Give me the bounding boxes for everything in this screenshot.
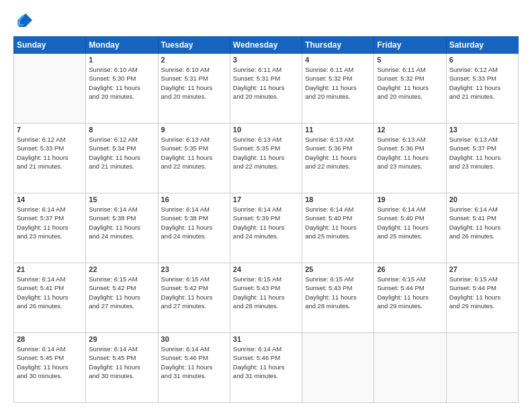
day-number: 4: [305, 56, 371, 64]
day-info: Sunrise: 6:10 AM Sunset: 5:30 PM Dayligh…: [89, 65, 154, 101]
day-cell: 25Sunrise: 6:15 AM Sunset: 5:43 PM Dayli…: [302, 263, 374, 333]
week-row-0: 1Sunrise: 6:10 AM Sunset: 5:30 PM Daylig…: [14, 54, 519, 124]
day-cell: 26Sunrise: 6:15 AM Sunset: 5:44 PM Dayli…: [374, 263, 446, 333]
day-cell: 18Sunrise: 6:14 AM Sunset: 5:40 PM Dayli…: [302, 193, 374, 263]
col-header-sunday: Sunday: [14, 37, 86, 54]
week-row-2: 14Sunrise: 6:14 AM Sunset: 5:37 PM Dayli…: [14, 193, 519, 263]
day-cell: 30Sunrise: 6:14 AM Sunset: 5:46 PM Dayli…: [158, 333, 230, 403]
logo-icon: [13, 11, 32, 30]
col-header-friday: Friday: [374, 37, 446, 54]
page: SundayMondayTuesdayWednesdayThursdayFrid…: [0, 0, 532, 411]
day-info: Sunrise: 6:14 AM Sunset: 5:39 PM Dayligh…: [233, 205, 299, 240]
day-cell: 2Sunrise: 6:10 AM Sunset: 5:31 PM Daylig…: [158, 54, 230, 124]
day-number: 16: [161, 195, 227, 203]
day-number: 3: [233, 56, 299, 64]
day-cell: 7Sunrise: 6:12 AM Sunset: 5:33 PM Daylig…: [14, 124, 86, 193]
day-info: Sunrise: 6:15 AM Sunset: 5:43 PM Dayligh…: [233, 275, 299, 310]
day-number: 22: [89, 265, 154, 273]
day-cell: 23Sunrise: 6:15 AM Sunset: 5:42 PM Dayli…: [158, 263, 230, 333]
col-header-wednesday: Wednesday: [230, 37, 302, 54]
day-info: Sunrise: 6:13 AM Sunset: 5:36 PM Dayligh…: [305, 135, 371, 171]
day-info: Sunrise: 6:13 AM Sunset: 5:37 PM Dayligh…: [449, 135, 515, 171]
day-number: 29: [89, 335, 154, 343]
week-row-3: 21Sunrise: 6:14 AM Sunset: 5:41 PM Dayli…: [14, 263, 519, 333]
day-cell: [302, 333, 374, 403]
day-number: 17: [233, 195, 299, 203]
logo: [13, 11, 35, 30]
day-info: Sunrise: 6:14 AM Sunset: 5:45 PM Dayligh…: [17, 345, 83, 380]
day-cell: 21Sunrise: 6:14 AM Sunset: 5:41 PM Dayli…: [14, 263, 86, 333]
day-number: 31: [233, 335, 299, 343]
day-info: Sunrise: 6:15 AM Sunset: 5:44 PM Dayligh…: [449, 275, 515, 310]
day-number: 10: [233, 126, 299, 134]
day-info: Sunrise: 6:14 AM Sunset: 5:41 PM Dayligh…: [17, 275, 83, 310]
day-cell: 14Sunrise: 6:14 AM Sunset: 5:37 PM Dayli…: [14, 193, 86, 263]
day-cell: 17Sunrise: 6:14 AM Sunset: 5:39 PM Dayli…: [230, 193, 302, 263]
day-info: Sunrise: 6:12 AM Sunset: 5:33 PM Dayligh…: [449, 65, 515, 101]
col-header-saturday: Saturday: [446, 37, 518, 54]
day-info: Sunrise: 6:11 AM Sunset: 5:31 PM Dayligh…: [233, 65, 299, 101]
day-cell: 19Sunrise: 6:14 AM Sunset: 5:40 PM Dayli…: [374, 193, 446, 263]
header: [13, 11, 519, 30]
day-cell: 11Sunrise: 6:13 AM Sunset: 5:36 PM Dayli…: [302, 124, 374, 193]
day-number: 18: [305, 195, 371, 203]
day-number: 25: [305, 265, 371, 273]
day-info: Sunrise: 6:14 AM Sunset: 5:45 PM Dayligh…: [89, 345, 154, 380]
col-header-monday: Monday: [86, 37, 158, 54]
day-info: Sunrise: 6:14 AM Sunset: 5:38 PM Dayligh…: [161, 205, 227, 240]
col-header-tuesday: Tuesday: [158, 37, 230, 54]
day-number: 5: [377, 56, 443, 64]
day-cell: [446, 333, 518, 403]
day-number: 11: [305, 126, 371, 134]
day-cell: 6Sunrise: 6:12 AM Sunset: 5:33 PM Daylig…: [446, 54, 518, 124]
day-number: 24: [233, 265, 299, 273]
col-header-thursday: Thursday: [302, 37, 374, 54]
day-cell: 9Sunrise: 6:13 AM Sunset: 5:35 PM Daylig…: [158, 124, 230, 193]
day-info: Sunrise: 6:11 AM Sunset: 5:32 PM Dayligh…: [305, 65, 371, 101]
day-info: Sunrise: 6:15 AM Sunset: 5:42 PM Dayligh…: [89, 275, 154, 310]
day-number: 6: [449, 56, 515, 64]
day-number: 27: [449, 265, 515, 273]
day-number: 2: [161, 56, 227, 64]
week-row-4: 28Sunrise: 6:14 AM Sunset: 5:45 PM Dayli…: [14, 333, 519, 403]
day-cell: 13Sunrise: 6:13 AM Sunset: 5:37 PM Dayli…: [446, 124, 518, 193]
day-number: 23: [161, 265, 227, 273]
day-cell: 31Sunrise: 6:14 AM Sunset: 5:46 PM Dayli…: [230, 333, 302, 403]
day-cell: 4Sunrise: 6:11 AM Sunset: 5:32 PM Daylig…: [302, 54, 374, 124]
day-info: Sunrise: 6:15 AM Sunset: 5:42 PM Dayligh…: [161, 275, 227, 310]
day-cell: 10Sunrise: 6:13 AM Sunset: 5:35 PM Dayli…: [230, 124, 302, 193]
calendar-header-row: SundayMondayTuesdayWednesdayThursdayFrid…: [14, 37, 519, 54]
day-info: Sunrise: 6:14 AM Sunset: 5:46 PM Dayligh…: [233, 345, 299, 380]
day-number: 15: [89, 195, 154, 203]
day-info: Sunrise: 6:14 AM Sunset: 5:37 PM Dayligh…: [17, 205, 83, 240]
day-info: Sunrise: 6:14 AM Sunset: 5:40 PM Dayligh…: [377, 205, 443, 240]
day-number: 21: [17, 265, 83, 273]
day-info: Sunrise: 6:14 AM Sunset: 5:40 PM Dayligh…: [305, 205, 371, 240]
day-cell: 24Sunrise: 6:15 AM Sunset: 5:43 PM Dayli…: [230, 263, 302, 333]
day-cell: 1Sunrise: 6:10 AM Sunset: 5:30 PM Daylig…: [86, 54, 158, 124]
day-number: 30: [161, 335, 227, 343]
day-number: 26: [377, 265, 443, 273]
day-info: Sunrise: 6:12 AM Sunset: 5:33 PM Dayligh…: [17, 135, 83, 171]
day-cell: 8Sunrise: 6:12 AM Sunset: 5:34 PM Daylig…: [86, 124, 158, 193]
day-number: 8: [89, 126, 154, 134]
day-number: 19: [377, 195, 443, 203]
day-cell: 5Sunrise: 6:11 AM Sunset: 5:32 PM Daylig…: [374, 54, 446, 124]
day-number: 13: [449, 126, 515, 134]
day-info: Sunrise: 6:14 AM Sunset: 5:38 PM Dayligh…: [89, 205, 154, 240]
day-cell: 12Sunrise: 6:13 AM Sunset: 5:36 PM Dayli…: [374, 124, 446, 193]
day-info: Sunrise: 6:15 AM Sunset: 5:44 PM Dayligh…: [377, 275, 443, 310]
day-info: Sunrise: 6:12 AM Sunset: 5:34 PM Dayligh…: [89, 135, 154, 171]
week-row-1: 7Sunrise: 6:12 AM Sunset: 5:33 PM Daylig…: [14, 124, 519, 193]
calendar-table: SundayMondayTuesdayWednesdayThursdayFrid…: [13, 36, 519, 403]
day-info: Sunrise: 6:10 AM Sunset: 5:31 PM Dayligh…: [161, 65, 227, 101]
day-number: 28: [17, 335, 83, 343]
day-number: 14: [17, 195, 83, 203]
day-cell: 15Sunrise: 6:14 AM Sunset: 5:38 PM Dayli…: [86, 193, 158, 263]
day-cell: 16Sunrise: 6:14 AM Sunset: 5:38 PM Dayli…: [158, 193, 230, 263]
day-info: Sunrise: 6:14 AM Sunset: 5:46 PM Dayligh…: [161, 345, 227, 380]
day-info: Sunrise: 6:14 AM Sunset: 5:41 PM Dayligh…: [449, 205, 515, 240]
day-number: 20: [449, 195, 515, 203]
day-info: Sunrise: 6:11 AM Sunset: 5:32 PM Dayligh…: [377, 65, 443, 101]
day-number: 12: [377, 126, 443, 134]
